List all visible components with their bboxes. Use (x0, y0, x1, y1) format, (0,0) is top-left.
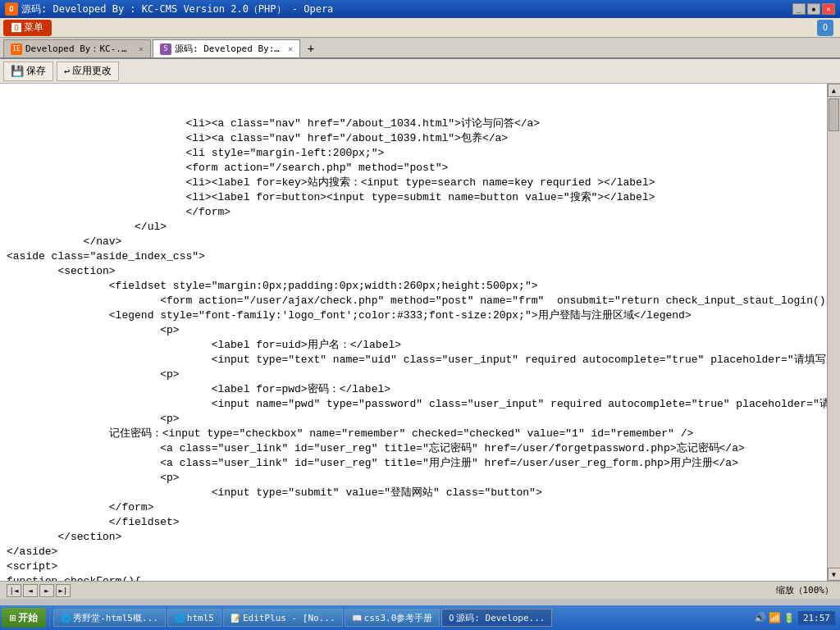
code-line: <input name="pwd" type="password" class=… (0, 397, 827, 412)
menu-label: 菜单 (24, 21, 43, 34)
tab-source-icon: S (160, 43, 171, 55)
code-line: <li><a class="nav" href="/about_1039.htm… (0, 131, 827, 146)
code-line: <aside class="aside_index_css"> (0, 249, 827, 264)
zoom-indicator: 缩放（100%） (776, 584, 834, 596)
code-line: <section> (0, 264, 827, 279)
tab-browser-close[interactable]: ✕ (139, 44, 144, 53)
menu-button[interactable]: 🅾 菜单 (3, 20, 52, 36)
tab-browser[interactable]: IE Developed By：KC-... ✕ (3, 39, 151, 57)
code-line: </form> (0, 500, 827, 515)
code-line: <li><label for=button><input type=submit… (0, 190, 827, 205)
code-line: </section> (0, 530, 827, 545)
minimize-button[interactable]: _ (792, 3, 806, 15)
code-content[interactable]: <li><a class="nav" href="/about_1034.htm… (0, 84, 827, 581)
code-line: function checkForm(){ (0, 574, 827, 581)
code-line: <a class="user_link" id="user_reg" title… (0, 441, 827, 456)
code-line: <legend style="font-family:'logo_font';c… (0, 308, 827, 323)
scroll-up-arrow[interactable]: ▲ (828, 84, 841, 97)
nav-next-button[interactable]: ► (39, 584, 54, 597)
scroll-thumb[interactable] (829, 98, 839, 131)
code-line: </ul> (0, 220, 827, 235)
code-line: <p> (0, 368, 827, 382)
code-line: <li style="margin-left:200px;"> (0, 146, 827, 161)
code-line: </form> (0, 205, 827, 220)
code-line: <p> (0, 471, 827, 486)
tab-source-close[interactable]: ✕ (288, 44, 293, 53)
toolbar: 💾 保存 ↩ 应用更改 (0, 59, 840, 84)
code-line: <li><a class="nav" href="/about_1034.htm… (0, 116, 827, 131)
code-line: <fieldset style="margin:0px;padding:0px;… (0, 279, 827, 294)
save-label: 保存 (26, 64, 46, 78)
menu-bar: 🅾 菜单 O (0, 18, 840, 38)
vertical-scrollbar[interactable]: ▲ ▼ (827, 84, 840, 581)
new-tab-button[interactable]: + (302, 39, 320, 57)
nav-last-button[interactable]: ►| (56, 584, 71, 597)
scroll-down-arrow[interactable]: ▼ (828, 568, 841, 581)
code-line: </fieldset> (0, 515, 827, 530)
code-line: </aside> (0, 545, 827, 559)
tab-source-label: 源码: Developed By:... (175, 43, 281, 55)
scroll-track[interactable] (828, 97, 840, 568)
browser-icon: O (817, 20, 833, 36)
code-line: </nav> (0, 235, 827, 249)
tab-source[interactable]: S 源码: Developed By:... ✕ (153, 39, 300, 57)
title-bar: O 源码: Developed By : KC-CMS Version 2.0（… (0, 0, 840, 18)
code-line: <p> (0, 323, 827, 338)
code-line: <label for=pwd>密码：</label> (0, 382, 827, 397)
code-line: <li><label for=key>站内搜索：<input type=sear… (0, 176, 827, 190)
code-line: <p> (0, 412, 827, 427)
code-line: <form action="/search.php" method="post"… (0, 161, 827, 176)
code-line: <input type="text" name="uid" class="use… (0, 353, 827, 368)
status-right: 缩放（100%） (776, 584, 834, 596)
restore-button[interactable]: ▪ (807, 3, 820, 15)
nav-prev-button[interactable]: ◄ (23, 584, 38, 597)
code-line: <form action="/user/ajax/check.php" meth… (0, 294, 827, 308)
tab-browser-label: Developed By：KC-... (25, 43, 132, 55)
status-bar: |◄ ◄ ► ►| 缩放（100%） (0, 581, 840, 599)
code-line: <a class="user_link" id="user_reg" title… (0, 456, 827, 471)
save-icon: 💾 (11, 65, 24, 77)
nav-first-button[interactable]: |◄ (7, 584, 21, 597)
save-button[interactable]: 💾 保存 (3, 62, 53, 81)
tab-bar: IE Developed By：KC-... ✕ S 源码: Developed… (0, 38, 840, 59)
apply-label: 应用更改 (72, 64, 112, 78)
code-line: <label for=uid>用户名：</label> (0, 338, 827, 353)
window-controls: _ ▪ ✕ (792, 3, 835, 15)
nav-buttons: |◄ ◄ ► ►| (7, 584, 71, 597)
opera-icon: 🅾 (11, 22, 21, 34)
code-line: <script> (0, 559, 827, 574)
apply-button[interactable]: ↩ 应用更改 (57, 62, 119, 81)
code-line: 记住密码：<input type="checkbox" name="rememb… (0, 427, 827, 441)
code-area: <li><a class="nav" href="/about_1034.htm… (0, 84, 840, 581)
close-button[interactable]: ✕ (822, 3, 835, 15)
apply-icon: ↩ (64, 66, 70, 77)
code-line: <input type="submit" value="登陆网站" class=… (0, 486, 827, 500)
tab-browser-icon: IE (11, 43, 22, 55)
app-icon: O (5, 2, 18, 16)
window-title: 源码: Developed By : KC-CMS Version 2.0（PH… (21, 2, 333, 16)
